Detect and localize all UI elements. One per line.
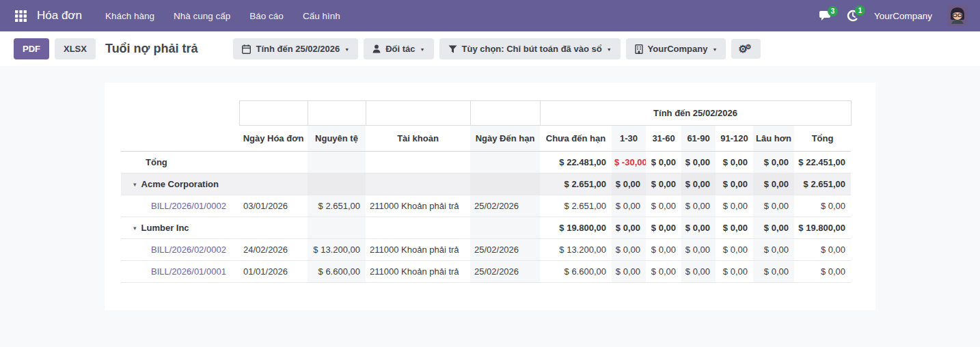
table-cell: $ 0,00 xyxy=(646,174,681,195)
settings-button[interactable]: ⚙⚙ xyxy=(731,39,760,59)
menu-item-customers[interactable]: Khách hàng xyxy=(96,0,164,31)
table-cell: $ 0,00 xyxy=(753,195,794,217)
caret-down-icon: ▾ xyxy=(133,225,137,232)
empty-header-box xyxy=(308,101,366,126)
table-cell: $ 6.600,00 xyxy=(540,261,612,283)
partner-name: Lumber Inc xyxy=(141,223,189,233)
table-cell: $ 0,00 xyxy=(753,261,794,283)
table-cell: $ 6.600,00 xyxy=(308,261,366,283)
column-header: Tài khoản xyxy=(366,126,470,152)
table-cell: $ 0,00 xyxy=(612,174,646,195)
calendar-icon xyxy=(242,44,251,54)
period-header: Tính đến 25/02/2026 xyxy=(540,101,851,126)
table-cell xyxy=(239,152,308,174)
partner-name: Acme Corporation xyxy=(141,179,219,189)
xlsx-button[interactable]: XLSX xyxy=(55,38,96,59)
column-header: Ngày Hóa đơn xyxy=(239,126,308,152)
aged-payable-table: Tính đến 25/02/2026 Ngày Hóa đơnNguyên t… xyxy=(121,100,852,283)
table-cell: $ 0,00 xyxy=(646,217,681,239)
messages-badge: 3 xyxy=(828,6,838,16)
table-cell xyxy=(239,174,308,195)
table-cell: $ 0,00 xyxy=(753,174,794,195)
table-cell: $ 2.651,00 xyxy=(308,195,366,217)
column-header: Chưa đến hạn xyxy=(540,126,612,152)
table-cell xyxy=(470,152,540,174)
grid-icon xyxy=(15,10,27,22)
bill-link[interactable]: BILL/2026/02/0002 xyxy=(151,245,226,255)
activities-button[interactable]: 1 xyxy=(847,10,859,22)
main-menu: Khách hàng Nhà cung cấp Báo cáo Cấu hình xyxy=(96,0,350,31)
user-avatar[interactable] xyxy=(947,5,968,26)
messages-button[interactable]: 3 xyxy=(819,10,832,21)
table-cell: $ 0,00 xyxy=(646,261,681,283)
column-header: Lâu hơn xyxy=(753,126,794,152)
group-toggle[interactable]: ▾Lumber Inc xyxy=(121,217,239,239)
table-cell: $ 0,00 xyxy=(681,239,716,261)
table-row-line: BILL/2026/01/000101/01/2026$ 6.600,00211… xyxy=(121,261,851,283)
table-cell: $ 0,00 xyxy=(681,174,716,195)
top-navbar: Hóa đơn Khách hàng Nhà cung cấp Báo cáo … xyxy=(0,0,980,31)
total-label: Tổng xyxy=(121,152,239,174)
corner-cell xyxy=(121,101,239,126)
table-cell: $ 0,00 xyxy=(612,239,646,261)
table-cell: $ 0,00 xyxy=(794,239,851,261)
control-panel: PDF XLSX Tuổi nợ phải trả Tính đến 25/02… xyxy=(0,31,980,66)
chevron-down-icon: ▼ xyxy=(420,47,425,52)
column-header: 91-120 xyxy=(716,126,753,152)
table-cell: $ 2.651,00 xyxy=(540,195,612,217)
avatar-image xyxy=(947,5,968,26)
company-filter-button[interactable]: YourCompany ▼ xyxy=(626,38,726,59)
date-filter-button[interactable]: Tính đến 25/02/2026 ▼ xyxy=(233,38,358,59)
table-cell: $ 19.800,00 xyxy=(794,217,851,239)
table-cell: $ 0,00 xyxy=(612,217,646,239)
table-cell: $ 0,00 xyxy=(753,239,794,261)
table-cell xyxy=(366,217,470,239)
empty-header-box xyxy=(470,101,540,126)
date-filter-label: Tính đến 25/02/2026 xyxy=(256,44,340,54)
caret-down-icon: ▾ xyxy=(133,181,137,188)
table-cell: 03/01/2026 xyxy=(239,195,308,217)
building-icon xyxy=(635,44,643,54)
table-cell xyxy=(470,217,540,239)
table-cell xyxy=(308,174,366,195)
table-cell: $ 0,00 xyxy=(716,152,753,174)
pdf-button[interactable]: PDF xyxy=(14,38,49,59)
page-title: Tuổi nợ phải trả xyxy=(105,42,198,56)
options-filter-button[interactable]: Tùy chọn: Chỉ bút toán đã vào sổ ▼ xyxy=(439,38,621,59)
table-cell: 25/02/2026 xyxy=(470,195,540,217)
funnel-icon xyxy=(448,45,457,53)
company-menu[interactable]: YourCompany xyxy=(874,11,932,21)
table-cell: $ 22.481,00 xyxy=(540,152,612,174)
bill-link[interactable]: BILL/2026/01/0002 xyxy=(151,201,226,211)
bill-link[interactable]: BILL/2026/01/0001 xyxy=(151,266,226,277)
group-toggle[interactable]: ▾Acme Corporation xyxy=(121,174,239,195)
apps-menu-icon[interactable] xyxy=(10,5,31,27)
content-area: Tính đến 25/02/2026 Ngày Hóa đơnNguyên t… xyxy=(0,66,980,347)
person-icon xyxy=(372,44,381,53)
chevron-down-icon: ▼ xyxy=(607,47,612,52)
app-name[interactable]: Hóa đơn xyxy=(37,9,82,23)
menu-item-config[interactable]: Cấu hình xyxy=(293,0,350,31)
menu-item-reports[interactable]: Báo cáo xyxy=(240,0,293,31)
column-header: Tổng xyxy=(794,126,851,152)
table-cell xyxy=(308,152,366,174)
chevron-down-icon: ▼ xyxy=(344,47,349,52)
table-cell xyxy=(366,174,470,195)
company-filter-label: YourCompany xyxy=(648,44,708,54)
table-cell: $ 0,00 xyxy=(794,195,851,217)
period-header-row: Tính đến 25/02/2026 xyxy=(121,101,851,126)
table-cell: $ 0,00 xyxy=(681,195,716,217)
column-header: Ngày Đến hạn xyxy=(470,126,540,152)
table-cell: $ 0,00 xyxy=(753,217,794,239)
table-cell: $ 0,00 xyxy=(716,195,753,217)
table-cell: $ -30,00 xyxy=(612,152,646,174)
systray: 3 1 YourCompany xyxy=(819,5,968,26)
empty-header-box xyxy=(366,101,470,126)
menu-item-vendors[interactable]: Nhà cung cấp xyxy=(164,0,240,31)
table-cell: $ 0,00 xyxy=(646,195,681,217)
table-row-total: Tổng$ 22.481,00$ -30,00$ 0,00$ 0,00$ 0,0… xyxy=(121,152,851,174)
partner-filter-button[interactable]: Đối tác ▼ xyxy=(364,38,433,59)
empty-header-box xyxy=(239,101,308,126)
table-cell: 01/01/2026 xyxy=(239,261,308,283)
table-cell: $ 0,00 xyxy=(646,239,681,261)
